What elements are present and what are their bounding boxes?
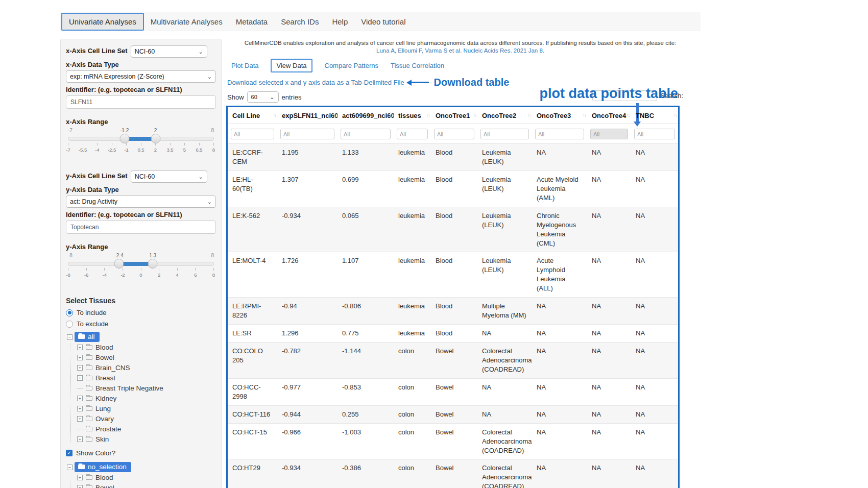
folder-icon bbox=[86, 345, 92, 350]
column-header-tissues[interactable]: tissues↑↓ bbox=[394, 107, 431, 124]
tree-node-kidney[interactable]: +Kidney bbox=[77, 395, 216, 402]
nav-item-univariate-analyses[interactable]: Univariate Analyses bbox=[61, 13, 144, 31]
expand-icon[interactable]: + bbox=[77, 475, 83, 480]
x-axis-range-high-handle[interactable] bbox=[151, 134, 160, 143]
x-axis-cell-line-set-select[interactable]: NCI-60 ⌄ bbox=[131, 45, 207, 58]
tree-node-lung[interactable]: +Lung bbox=[77, 405, 216, 412]
download-tab-delimited-link[interactable]: Download selected x and y axis data as a… bbox=[227, 79, 404, 86]
expand-icon[interactable]: + bbox=[77, 365, 83, 371]
tree-node-blood[interactable]: +Blood bbox=[77, 474, 216, 481]
sort-icon[interactable]: ↑↓ bbox=[473, 112, 476, 118]
show-color-checkbox-row[interactable]: ✓ Show Color? bbox=[66, 449, 216, 457]
expand-icon[interactable]: + bbox=[77, 355, 83, 360]
column-header-tnbc[interactable]: TNBC↑↓ bbox=[631, 107, 678, 124]
tree-node-prostate[interactable]: Prostate bbox=[77, 425, 216, 433]
filter-input-oncotree3[interactable] bbox=[535, 129, 584, 139]
y-axis-cell-line-set-select[interactable]: NCI-60 ⌄ bbox=[131, 170, 207, 183]
tree-node-blood[interactable]: +Blood bbox=[77, 344, 216, 351]
sort-icon[interactable]: ↑↓ bbox=[583, 112, 586, 118]
sort-icon[interactable]: ↑↓ bbox=[389, 112, 392, 118]
expand-icon[interactable]: + bbox=[77, 485, 83, 488]
x-axis-identifier-input[interactable] bbox=[66, 95, 216, 109]
sort-icon[interactable]: ↑↓ bbox=[273, 112, 276, 118]
tissue-radio-to-exclude[interactable]: To exclude bbox=[66, 320, 216, 328]
nav-item-search-ids[interactable]: Search IDs bbox=[274, 14, 325, 30]
nav-item-metadata[interactable]: Metadata bbox=[229, 14, 275, 30]
tree-node-brain_cns[interactable]: +Brain_CNS bbox=[77, 364, 216, 372]
filter-input-act609699_nci60[interactable] bbox=[341, 129, 391, 139]
tree-node-bowel[interactable]: +Bowel bbox=[77, 354, 216, 361]
tree-node-label: Bowel bbox=[95, 484, 114, 488]
cell-oncotree1: Blood bbox=[431, 207, 477, 252]
tree-node-breast-triple-negative[interactable]: Breast Triple Negative bbox=[77, 384, 216, 392]
y-axis-range-low-value: -2.4 bbox=[114, 253, 123, 258]
tree-node-ovary[interactable]: +Ovary bbox=[77, 415, 216, 423]
cell-act609699_nci60: 0.775 bbox=[337, 325, 394, 343]
column-header-oncotree2[interactable]: OncoTree2↑↓ bbox=[477, 107, 532, 124]
filter-input-oncotree4[interactable] bbox=[590, 129, 628, 139]
expand-icon[interactable]: + bbox=[77, 406, 83, 411]
tick-label: 5 bbox=[183, 147, 186, 153]
x-axis-identifier-label: Identifier: (e.g. topotecan or SLFN11) bbox=[66, 86, 216, 93]
x-axis-range-low-handle[interactable] bbox=[119, 134, 129, 143]
citation-link[interactable]: Luna A, Elloumi F, Varma S et al. Nuclei… bbox=[226, 47, 694, 54]
sort-icon[interactable]: ↑↓ bbox=[673, 112, 677, 118]
cell-oncotree4: NA bbox=[587, 144, 631, 171]
column-header-cell-line[interactable]: Cell Line↑↓ bbox=[228, 107, 277, 124]
radio-selected-icon[interactable] bbox=[66, 309, 73, 316]
column-header-expslfn11_nci60[interactable]: expSLFN11_nci60↑↓ bbox=[277, 107, 337, 124]
y-axis-range-low-handle[interactable] bbox=[114, 259, 124, 269]
cell-act609699_nci60: -0.806 bbox=[337, 298, 394, 325]
column-header-oncotree4[interactable]: OncoTree4↑↓ bbox=[587, 107, 631, 124]
filter-input-expslfn11_nci60[interactable] bbox=[280, 129, 334, 139]
cell-tnbc: NA bbox=[631, 252, 678, 298]
cell-expslfn11_nci60: 1.296 bbox=[277, 325, 337, 343]
tab-compare-patterns[interactable]: Compare Patterns bbox=[325, 62, 379, 69]
tissue-radio-to-include[interactable]: To include bbox=[66, 309, 216, 316]
radio-unselected-icon[interactable] bbox=[66, 321, 73, 328]
filter-input-oncotree1[interactable] bbox=[434, 129, 474, 139]
page: Univariate AnalysesMultivariate Analyses… bbox=[0, 0, 868, 488]
cell-oncotree2: Leukemia (LEUK) bbox=[477, 207, 532, 252]
sort-icon[interactable]: ↑↓ bbox=[333, 112, 336, 118]
nav-item-help[interactable]: Help bbox=[325, 14, 354, 30]
column-header-act609699_nci60[interactable]: act609699_nci60↑↓ bbox=[337, 107, 394, 124]
nav-item-multivariate-analyses[interactable]: Multivariate Analyses bbox=[144, 14, 229, 30]
expand-icon[interactable]: + bbox=[77, 345, 83, 350]
tick-mark bbox=[199, 143, 200, 145]
tab-tissue-correlation[interactable]: Tissue Correlation bbox=[391, 62, 444, 69]
tree-node-bowel[interactable]: +Bowel bbox=[77, 484, 216, 488]
cell-tnbc: NA bbox=[631, 207, 678, 252]
y-axis-data-type-select[interactable]: act: Drug Activity ⌄ bbox=[66, 196, 216, 208]
column-header-oncotree3[interactable]: OncoTree3↑↓ bbox=[532, 107, 587, 124]
tree-node-skin[interactable]: +Skin bbox=[77, 435, 216, 443]
y-axis-identifier-input[interactable] bbox=[66, 221, 216, 234]
cell-expslfn11_nci60: -0.944 bbox=[277, 405, 337, 423]
expand-icon[interactable]: + bbox=[77, 436, 83, 442]
tree-node-label: Blood bbox=[95, 344, 113, 351]
tree-node-breast[interactable]: +Breast bbox=[77, 374, 216, 382]
collapse-icon[interactable]: − bbox=[67, 334, 73, 340]
collapse-icon[interactable]: − bbox=[67, 465, 73, 470]
nav-item-video-tutorial[interactable]: Video tutorial bbox=[354, 14, 412, 30]
tree-root-all[interactable]: all bbox=[75, 332, 100, 342]
filter-input-oncotree2[interactable] bbox=[480, 129, 529, 139]
x-axis-data-type-select[interactable]: exp: mRNA Expression (Z-Score) ⌄ bbox=[66, 70, 216, 83]
tree-root-no_selection[interactable]: no_selection bbox=[75, 462, 131, 472]
expand-icon[interactable]: + bbox=[77, 396, 83, 401]
tab-plot-data[interactable]: Plot Data bbox=[231, 62, 258, 69]
sort-icon[interactable]: ↑↓ bbox=[626, 112, 630, 118]
expand-icon[interactable]: + bbox=[77, 375, 83, 381]
sort-icon[interactable]: ↑↓ bbox=[527, 112, 531, 118]
filter-input-cell-line[interactable] bbox=[231, 129, 274, 139]
y-axis-range-high-handle[interactable] bbox=[148, 259, 158, 269]
expand-icon[interactable]: + bbox=[77, 416, 83, 422]
tab-view-data[interactable]: View Data bbox=[271, 59, 312, 72]
entries-count-select[interactable]: 60 ⌄ bbox=[247, 91, 279, 103]
table-row: CO:HCT-116-0.9440.255colonBowelNANANANA bbox=[228, 405, 678, 423]
column-header-oncotree1[interactable]: OncoTree1↑↓ bbox=[431, 107, 477, 124]
filter-input-tissues[interactable] bbox=[397, 129, 428, 139]
sort-icon[interactable]: ↑↓ bbox=[426, 112, 429, 118]
checkbox-checked-icon[interactable]: ✓ bbox=[66, 450, 73, 456]
filter-input-tnbc[interactable] bbox=[634, 129, 675, 139]
